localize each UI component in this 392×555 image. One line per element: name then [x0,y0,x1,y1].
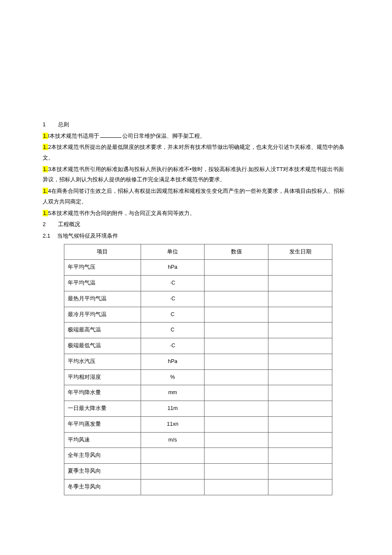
td-item: 最冷月平均气温 [64,307,141,323]
para-1-1: 1.l本技术规范书适用于公司日常维护保温、脚手架工程。 [43,131,349,142]
section-1-num: 1 [43,119,56,130]
section-2-heading: 2 工程概况 [43,219,349,230]
table-row: 极端最高气温C [64,323,332,338]
td-value [205,338,268,354]
td-unit: hPa [141,260,205,276]
td-date [268,291,332,307]
td-date [268,276,332,291]
table-row: 最冷月平均气温C [64,307,332,323]
td-unit: C [141,307,205,323]
td-value [205,307,268,323]
td-date [268,354,332,369]
td-date [268,464,332,479]
td-date [268,260,332,276]
td-unit: % [141,369,205,385]
td-value [205,432,268,448]
section-1-heading: 1 总则 [43,119,349,130]
table-row: 最热月平均气温·C [64,291,332,307]
td-date [268,323,332,338]
td-value [205,401,268,417]
td-unit: C [141,323,205,338]
td-item: 年平均降水量 [64,385,141,401]
td-unit: 11xn [141,416,205,432]
td-value [205,416,268,432]
td-item: 年平均蒸发量 [64,416,141,432]
td-value [205,385,268,401]
td-unit: hPa [141,354,205,369]
section-2-title: 工程概况 [58,221,80,227]
table-row: 年平均气压hPa [64,260,332,276]
section-2-1-title: 当地气候特征及环境条件 [57,232,118,239]
table-row: 极端最低气温·C [64,338,332,354]
text-1-3: 本技术规范书所引用的标准如遇与投标人所执行的标准不•致时，按较高标准执行.如投标… [43,166,344,183]
td-value [205,369,268,385]
td-value [205,464,268,479]
td-item: 年平均气温 [64,276,141,291]
td-date [268,432,332,448]
blank-company [100,137,121,138]
td-unit: mm [141,385,205,401]
section-1-title: 总则 [58,121,69,128]
td-unit: ·C [141,276,205,291]
td-unit: ·C [141,291,205,307]
section-2-1-heading: 2.1 当地气候特征及环境条件 [43,231,349,241]
table-row: 全年主导风向 [64,448,332,464]
td-item: 一日最大降水量 [64,401,141,417]
para-1-3: 1.3本技术规范书所引用的标准如遇与投标人所执行的标准不•致时，按较高标准执行.… [43,164,349,185]
td-date [268,416,332,432]
table-row: 冬季主导风向 [64,479,332,495]
text-1-4: 在商务合同签订生效之后，招标人有权提出因规范标准和规程发生变化而产生的一些补充要… [43,188,345,205]
td-item: 极端最高气温 [64,323,141,338]
table-row: 夏季主导风向 [64,464,332,479]
td-item: 平均相对湿度 [64,369,141,385]
para-1-4: 1.4在商务合同签订生效之后，招标人有权提出因规范标准和规程发生变化而产生的一些… [43,186,349,207]
td-unit: ·C [141,338,205,354]
td-value [205,354,268,369]
td-item: 最热月平均气温 [64,291,141,307]
td-date [268,307,332,323]
td-date [268,448,332,464]
num-rest-1-4: 4 [48,188,51,194]
table-row: 平均相对湿度% [64,369,332,385]
td-item: 平均水汽压 [64,354,141,369]
table-row: 年平均蒸发量11xn [64,416,332,432]
td-unit [141,464,205,479]
table-row: 平均水汽压hPa [64,354,332,369]
td-date [268,369,332,385]
td-date [268,479,332,495]
highlight-1-4: 1. [43,188,48,194]
para-1-5: 1.5本技术规范书作为合同的附件，与合同正文具有同等效力。 [43,208,349,219]
th-value: 数值 [205,244,268,260]
table-header-row: 项目 单位 数值 发生日期 [64,244,332,260]
td-value [205,276,268,291]
td-value [205,291,268,307]
highlight-1-1: 1. [43,133,48,139]
td-value [205,260,268,276]
td-value [205,323,268,338]
th-date: 发生日期 [268,244,332,260]
td-unit [141,448,205,464]
text-1-1a: 本技术规范书适用于 [49,133,99,139]
td-item: 夏季主导风向 [64,464,141,479]
climate-table: 项目 单位 数值 发生日期 年平均气压hPa年平均气温·C最热月平均气温·C最冷… [64,244,332,495]
th-unit: 单位 [141,244,205,260]
td-date [268,338,332,354]
section-2-1-num: 2.1 [43,231,55,241]
para-1-2: 1.2本技术规范书所提出的是最低限度的技术要求，并未对所有技术细节做出明确规定，… [43,142,349,163]
td-item: 全年主导风向 [64,448,141,464]
td-item: 极端最低气温 [64,338,141,354]
table-row: 平均风速m/s [64,432,332,448]
num-rest-1-3: 3 [48,166,51,172]
table-row: 年平均气温·C [64,276,332,291]
td-item: 年平均气压 [64,260,141,276]
table-row: 一日最大降水量11m [64,401,332,417]
td-date [268,401,332,417]
highlight-1-5: 1. [43,210,48,216]
text-1-2: 本技术规范书所提出的是最低限度的技术要求，并未对所有技术细节做出明确规定，也未充… [43,144,344,161]
num-rest-1-2: 2 [48,144,51,150]
highlight-1-3: 1. [43,166,48,172]
td-item: 平均风速 [64,432,141,448]
td-unit: 11m [141,401,205,417]
num-rest-1-5: 5 [48,210,51,216]
highlight-1-2: 1. [43,144,48,150]
